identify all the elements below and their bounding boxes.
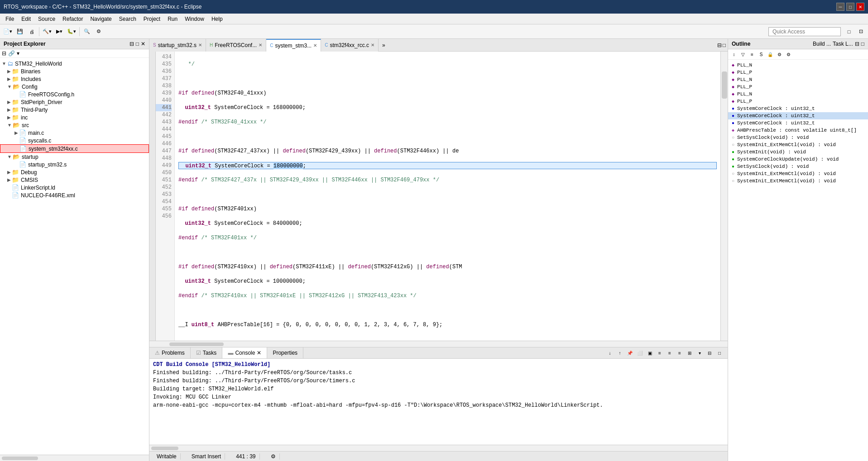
menu-edit[interactable]: Edit xyxy=(18,15,34,23)
menu-search[interactable]: Search xyxy=(115,15,140,23)
outline-sort-btn[interactable]: ↕ xyxy=(730,50,738,58)
tab-startup-stm32-s[interactable]: S startup_stm32.s ✕ xyxy=(149,39,206,52)
tree-item-debug[interactable]: ▶ 📁 Debug xyxy=(0,168,149,176)
pe-maximize[interactable]: □ xyxy=(136,41,139,47)
tree-item-startup-s[interactable]: ▶ 📄 startup_stm32.s xyxy=(0,161,149,168)
console-scroll-lock[interactable]: ↑ xyxy=(615,348,624,357)
link-editor-icon[interactable]: 🔗 xyxy=(8,50,15,57)
console-pin[interactable]: 📌 xyxy=(625,348,634,357)
outline-item-pll-p-3[interactable]: ◆ PLL_P xyxy=(728,98,868,105)
tree-item-main-c[interactable]: ▶ 📄 main.c xyxy=(0,129,149,137)
toolbar-btn5[interactable]: □ xyxy=(844,26,854,37)
minimize-button[interactable]: ─ xyxy=(836,3,844,11)
outline-hide-nonpub-btn[interactable]: 🔒 xyxy=(766,50,774,58)
tab-close-rcc[interactable]: ✕ xyxy=(371,43,374,48)
tree-item-system-stm32-c[interactable]: ▶ 📄 system_stm32f4xx.c xyxy=(0,144,149,153)
code-content[interactable]: */ #if defined(STM32F40_41xxx) uint32_t … xyxy=(175,52,720,341)
console-hscroll[interactable] xyxy=(149,445,728,451)
outline-item-syscoreclk-2[interactable]: ● SystemCoreClock : uint32_t xyxy=(728,112,868,119)
outline-item-ahbpresctable[interactable]: ◈ AHBPrescTable : const volatile uint8_t… xyxy=(728,127,868,134)
console-btn2[interactable]: ▣ xyxy=(645,348,654,357)
outline-item-systeminit-extmemctl-1[interactable]: ○ SystemInit_ExtMemCtl(void) : void xyxy=(728,141,868,148)
console-btn4[interactable]: ≡ xyxy=(665,348,674,357)
console-btn6[interactable]: ⊞ xyxy=(685,348,694,357)
outline-maximize[interactable]: □ xyxy=(861,41,864,47)
pe-hscroll[interactable] xyxy=(0,455,149,461)
new-button[interactable]: 📄▾ xyxy=(2,26,14,37)
tab-properties[interactable]: Properties xyxy=(267,347,303,358)
outline-item-setsysclock-2[interactable]: ● SetSysClock(void) : void xyxy=(728,163,868,170)
outline-item-pll-n-1[interactable]: ◆ PLL_N xyxy=(728,62,868,69)
console-btn7[interactable]: ▾ xyxy=(695,348,704,357)
pe-close[interactable]: ✕ xyxy=(141,41,145,47)
outline-item-pll-p-2[interactable]: ◆ PLL_P xyxy=(728,83,868,90)
tree-item-syscalls-c[interactable]: ▶ 📄 syscalls.c xyxy=(0,137,149,144)
collapse-all-icon[interactable]: ⊟ xyxy=(2,50,6,57)
print-button[interactable]: 🖨 xyxy=(26,26,37,37)
menu-help[interactable]: Help xyxy=(208,15,226,23)
outline-item-pll-p-1[interactable]: ◆ PLL_P xyxy=(728,69,868,76)
save-button[interactable]: 💾 xyxy=(14,26,25,37)
tab-close-system[interactable]: ✕ xyxy=(313,43,317,48)
editor-maximize[interactable]: □ xyxy=(723,42,726,48)
menu-refactor[interactable]: Refactor xyxy=(59,15,86,23)
tree-item-freertos-config[interactable]: ▶ 📄 FreeRTOSConfig.h xyxy=(0,90,149,98)
close-button[interactable]: ✕ xyxy=(856,3,864,11)
menu-source[interactable]: Source xyxy=(34,15,59,23)
outline-item-pll-n-2[interactable]: ◆ PLL_N xyxy=(728,76,868,83)
tab-system-stm32[interactable]: C system_stm3... ✕ xyxy=(266,39,321,52)
code-hscroll[interactable] xyxy=(149,341,728,347)
tree-item-linker-script[interactable]: ▶ 📄 LinkerScript.ld xyxy=(0,184,149,191)
console-btn3[interactable]: ≡ xyxy=(655,348,664,357)
console-clear[interactable]: ↓ xyxy=(605,348,614,357)
console-btn5[interactable]: ≡ xyxy=(675,348,684,357)
pe-minimize[interactable]: ⊟ xyxy=(129,41,134,47)
outline-hide-fields-btn[interactable]: ≡ xyxy=(748,50,756,58)
tree-item-stm32[interactable]: ▼ 🗂 STM32_HelloWorld xyxy=(0,60,149,67)
outline-item-systeminit-1[interactable]: ● SystemInit(void) : void xyxy=(728,148,868,156)
outline-filter-btn[interactable]: ▽ xyxy=(739,50,747,58)
outline-item-pll-n-3[interactable]: ◆ PLL_N xyxy=(728,90,868,98)
outline-item-systeminit-extmemctl-3[interactable]: ○ SystemInit_ExtMemCtl(void) : void xyxy=(728,177,868,185)
tree-item-nucleo-xml[interactable]: ▶ 📄 NUCLEO-F446RE.xml xyxy=(0,191,149,199)
quick-access-input[interactable] xyxy=(768,27,841,36)
menu-window[interactable]: Window xyxy=(181,15,208,23)
console-tab-close[interactable]: ✕ xyxy=(257,350,261,356)
tab-close-freertos[interactable]: ✕ xyxy=(259,43,262,48)
run-button[interactable]: ▶▾ xyxy=(54,26,65,37)
menu-run[interactable]: Run xyxy=(164,15,181,23)
tree-item-config[interactable]: ▼ 📂 Config xyxy=(0,83,149,90)
tree-item-cmsis[interactable]: ▶ 📁 CMSIS xyxy=(0,176,149,184)
console-maximize[interactable]: □ xyxy=(715,348,724,357)
tab-stm32f4xx-rcc[interactable]: C stm32f4xx_rcc.c ✕ xyxy=(321,39,379,52)
toolbar-btn6[interactable]: ⊡ xyxy=(855,26,866,37)
toolbar-btn3[interactable]: 🔍 xyxy=(82,26,92,37)
tab-close-startup[interactable]: ✕ xyxy=(198,43,202,48)
maximize-button[interactable]: □ xyxy=(846,3,854,11)
tree-item-thirdparty[interactable]: ▶ 📁 Third-Party xyxy=(0,106,149,114)
build-button[interactable]: 🔨▾ xyxy=(41,26,53,37)
tree-item-includes[interactable]: ▶ 📁 Includes xyxy=(0,75,149,83)
pe-view-menu-icon[interactable]: ▾ xyxy=(17,50,19,57)
console-minimize[interactable]: ⊟ xyxy=(705,348,714,357)
tree-item-startup[interactable]: ▼ 📂 startup xyxy=(0,153,149,161)
tab-freertos-conf[interactable]: H FreeRTOSConf... ✕ xyxy=(206,39,266,52)
outline-gear-btn[interactable]: ⚙ xyxy=(784,50,792,58)
console-copy[interactable]: ⬜ xyxy=(635,348,644,357)
outline-item-syscoreclk-1[interactable]: ● SystemCoreClock : uint32_t xyxy=(728,105,868,112)
tree-item-binaries[interactable]: ▶ 📁 Binaries xyxy=(0,67,149,75)
tree-item-inc[interactable]: ▶ 📁 inc xyxy=(0,114,149,121)
debug-button[interactable]: 🐛▾ xyxy=(66,26,77,37)
tree-item-src[interactable]: ▼ 📂 src xyxy=(0,121,149,129)
outline-hide-static-btn[interactable]: S xyxy=(757,50,765,58)
outline-item-syscoreclk-3[interactable]: ● SystemCoreClock : uint32_t xyxy=(728,119,868,127)
menu-project[interactable]: Project xyxy=(140,15,164,23)
menu-file[interactable]: File xyxy=(2,15,18,23)
outline-item-syscoreclockupdate[interactable]: ● SystemCoreClockUpdate(void) : void xyxy=(728,156,868,163)
outline-minimize[interactable]: ⊟ xyxy=(855,41,859,47)
tab-console[interactable]: ▬ Console ✕ xyxy=(222,347,267,358)
outline-item-setsysclock-1[interactable]: ○ SetSysClock(void) : void xyxy=(728,134,868,141)
tab-problems[interactable]: ⚠ Problems xyxy=(149,347,191,358)
outline-settings-btn[interactable]: ⚙ xyxy=(775,50,783,58)
editor-vscroll[interactable] xyxy=(720,52,728,341)
